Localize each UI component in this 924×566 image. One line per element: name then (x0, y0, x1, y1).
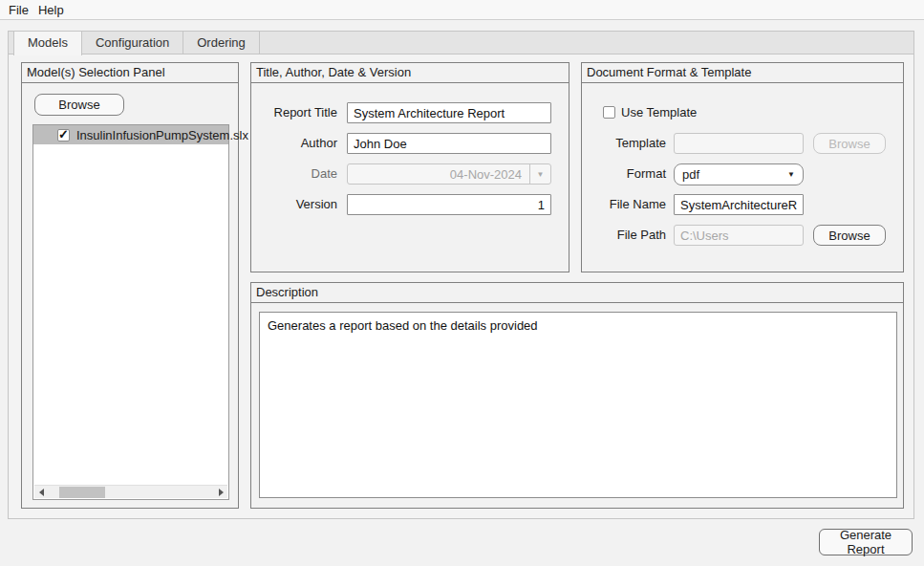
menu-help[interactable]: Help (33, 3, 69, 17)
menu-file[interactable]: File (4, 3, 33, 17)
author-label: Author (253, 133, 337, 154)
date-dropdown-icon: ▼ (529, 164, 550, 184)
models-listbox[interactable]: ✓ InsulinInfusionPumpSystem.slx (32, 124, 229, 500)
report-title-input[interactable] (347, 102, 551, 123)
format-value: pdf (682, 167, 787, 182)
title-panel-title: Title, Author, Date & Version (251, 63, 569, 83)
file-name-label: File Name (582, 194, 666, 215)
format-panel-title: Document Format & Template (582, 63, 903, 83)
file-path-browse-button[interactable]: Browse (813, 225, 886, 246)
date-value: 04-Nov-2024 (348, 167, 529, 182)
format-template-panel: Document Format & Template Use Template … (581, 62, 904, 272)
file-path-label: File Path (582, 225, 666, 246)
models-browse-button[interactable]: Browse (34, 94, 124, 116)
version-input[interactable] (347, 194, 551, 215)
date-label: Date (253, 163, 337, 185)
description-panel: Description Generates a report based on … (250, 282, 904, 509)
template-label: Template (582, 133, 666, 154)
date-picker: 04-Nov-2024 ▼ (347, 163, 551, 185)
list-item[interactable]: ✓ InsulinInfusionPumpSystem.slx (33, 125, 228, 144)
format-dropdown[interactable]: pdf ▼ (674, 163, 804, 185)
template-browse-button: Browse (813, 133, 886, 154)
scrollbar-thumb[interactable] (59, 487, 105, 498)
tab-ordering[interactable]: Ordering (183, 32, 260, 54)
horizontal-scrollbar[interactable] (34, 485, 227, 498)
tab-strip: Models Configuration Ordering (9, 32, 913, 54)
description-textarea[interactable]: Generates a report based on the details … (259, 312, 897, 498)
model-item-label: InsulinInfusionPumpSystem.slx (76, 128, 248, 142)
file-path-input (674, 225, 804, 246)
version-label: Version (253, 194, 337, 215)
title-author-panel: Title, Author, Date & Version Report Tit… (250, 62, 569, 272)
app-window: { "menu": { "items": [ { "label": "File"… (0, 0, 924, 566)
scroll-right-icon[interactable] (214, 486, 227, 499)
report-title-label: Report Title (253, 102, 337, 123)
template-input (674, 133, 804, 154)
file-name-input[interactable] (674, 194, 804, 215)
tab-configuration[interactable]: Configuration (82, 32, 183, 54)
checkmark-icon: ✓ (58, 127, 69, 142)
scroll-left-icon[interactable] (34, 486, 48, 499)
tab-models[interactable]: Models (13, 32, 82, 55)
use-template-label: Use Template (621, 106, 697, 120)
generate-report-button[interactable]: Generate Report (819, 529, 913, 555)
model-checkbox[interactable]: ✓ (57, 129, 70, 142)
models-panel-title: Model(s) Selection Panel (22, 63, 238, 83)
scrollbar-track[interactable] (48, 486, 214, 499)
format-dropdown-icon: ▼ (787, 170, 795, 179)
models-selection-panel: Model(s) Selection Panel Browse ✓ Insuli… (21, 62, 239, 509)
description-panel-title: Description (251, 283, 903, 303)
author-input[interactable] (347, 133, 551, 154)
use-template-checkbox[interactable] (603, 106, 615, 119)
menu-bar: File Help (0, 0, 924, 20)
format-label: Format (582, 163, 666, 185)
